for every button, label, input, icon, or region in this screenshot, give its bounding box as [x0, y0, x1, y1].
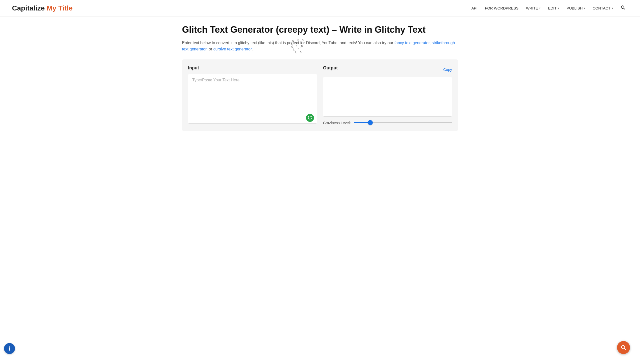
site-logo[interactable]: Capitalize My Title: [12, 4, 73, 12]
output-label: Output: [323, 66, 338, 71]
output-header: Output Copy: [323, 66, 452, 74]
refresh-button[interactable]: [306, 114, 314, 122]
svg-line-1: [624, 8, 625, 10]
header: Capitalize My Title API FOR WORDPRESS WR…: [0, 0, 640, 16]
input-wrapper: [188, 74, 317, 125]
cursive-text-link[interactable]: cursive text generator: [213, 47, 252, 51]
main-nav: API FOR WORDPRESS WRITE ▾ EDIT ▾ PUBLISH…: [469, 4, 628, 13]
craziness-row: Craziness Level:: [323, 120, 452, 125]
nav-item-api[interactable]: API: [469, 4, 480, 12]
nav-item-edit[interactable]: EDIT ▾: [545, 4, 561, 12]
output-textarea[interactable]: [323, 77, 452, 116]
fancy-text-link[interactable]: fancy text generator: [394, 41, 430, 45]
craziness-slider[interactable]: [354, 122, 452, 123]
output-panel: Output Copy Craziness Level:: [323, 66, 452, 125]
nav-item-wordpress[interactable]: FOR WORDPRESS: [483, 4, 521, 12]
search-icon[interactable]: [618, 4, 628, 13]
copy-button[interactable]: Copy: [443, 68, 452, 72]
logo-mytitle: My Title: [47, 4, 73, 12]
logo-capitalize: Capitalize: [12, 4, 47, 12]
craziness-label: Craziness Level:: [323, 120, 351, 125]
input-label: Input: [188, 66, 317, 71]
input-textarea[interactable]: [188, 74, 317, 124]
nav-item-publish[interactable]: PUBLISH ▾: [564, 4, 587, 12]
write-chevron-icon: ▾: [539, 7, 540, 10]
publish-chevron-icon: ▾: [584, 7, 585, 10]
main-content: ỿ x ț ċ v ċ ḉ ḷ ẖ ẋ ḯ ṫ ṡ Glitch Text Ge…: [170, 16, 470, 146]
edit-chevron-icon: ▾: [558, 7, 559, 10]
tool-container: Input Output Copy Craziness Level:: [182, 60, 458, 131]
input-panel: Input: [188, 66, 317, 125]
page-description: Enter text below to convert it to glitch…: [182, 40, 457, 52]
nav-item-write[interactable]: WRITE ▾: [524, 4, 543, 12]
page-title: Glitch Text Generator (creepy text) – Wr…: [182, 24, 458, 36]
nav-item-contact[interactable]: CONTACT ▾: [590, 4, 615, 12]
contact-chevron-icon: ▾: [612, 7, 613, 10]
